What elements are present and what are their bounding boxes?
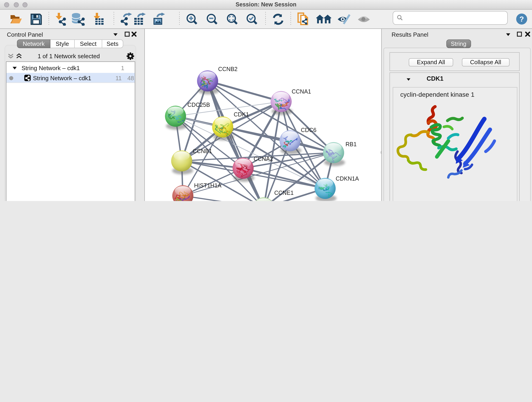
svg-text:HIST1H1A: HIST1H1A xyxy=(194,182,221,189)
svg-text:RB1: RB1 xyxy=(345,141,356,147)
svg-text:CCNA2: CCNA2 xyxy=(253,156,273,162)
svg-text:CCNE1: CCNE1 xyxy=(274,190,293,196)
svg-text:CDC6: CDC6 xyxy=(301,127,316,133)
svg-text:CDC25B: CDC25B xyxy=(187,102,210,108)
svg-text:CDK1: CDK1 xyxy=(234,111,249,118)
svg-text:CCNB1: CCNB1 xyxy=(192,148,212,154)
svg-text:CCNA1: CCNA1 xyxy=(291,88,311,95)
svg-text:CCNB2: CCNB2 xyxy=(218,66,237,72)
svg-text:CDKN1A: CDKN1A xyxy=(336,175,359,182)
svg-text:?: ? xyxy=(519,15,524,23)
